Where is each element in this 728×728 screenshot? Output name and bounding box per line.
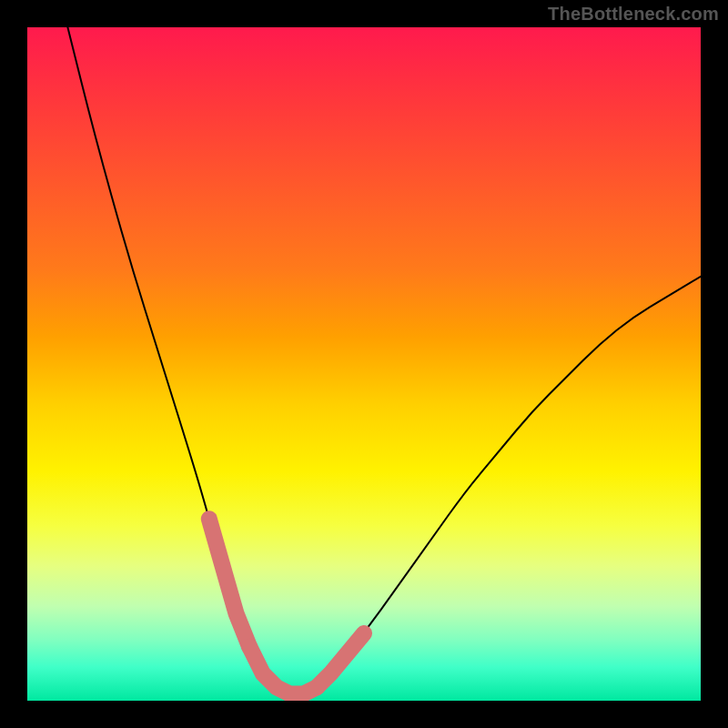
bottleneck-curve	[67, 27, 701, 694]
curve-svg	[27, 27, 701, 701]
watermark-text: TheBottleneck.com	[548, 4, 719, 25]
marker-segment	[209, 519, 249, 647]
marker-segment	[317, 633, 364, 687]
marker-group	[209, 519, 364, 693]
plot-area	[27, 27, 701, 701]
chart-frame: TheBottleneck.com	[0, 0, 728, 728]
marker-segment	[249, 647, 317, 694]
